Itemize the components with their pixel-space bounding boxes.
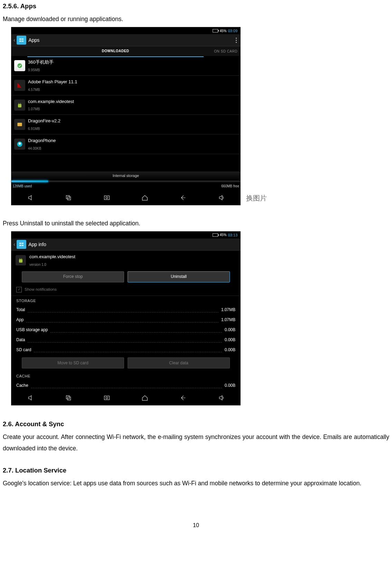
storage-key: SD card <box>16 346 31 354</box>
app-name: com.example.videotest <box>29 253 75 261</box>
titlebar: ‹ Apps <box>11 34 240 46</box>
app-icon <box>14 80 25 91</box>
svg-rect-19 <box>19 259 22 262</box>
home-icon[interactable] <box>138 394 152 402</box>
cache-row: Cache 0.00B <box>11 381 240 391</box>
screenshot-apps-list: 45% 03:09 ‹ Apps DOWNLOADED ON SD CARD 3… <box>11 27 241 205</box>
app-size: 4.57MB <box>28 86 77 93</box>
app-size: 6.91MB <box>28 125 60 132</box>
svg-rect-16 <box>22 243 24 244</box>
app-icon <box>16 255 26 265</box>
svg-rect-17 <box>20 245 21 246</box>
storage-indicator: Internal storage 128MB used 660MB free <box>11 171 240 190</box>
storage-value: 0.00B <box>225 346 235 354</box>
cache-key: Cache <box>16 382 28 390</box>
screenshot-icon[interactable] <box>100 394 114 402</box>
show-notifications-row[interactable]: ✓ Show notifications <box>11 285 240 296</box>
storage-key: Data <box>16 336 25 344</box>
app-name: DragonPhone <box>28 137 56 145</box>
app-version: version 1.0 <box>29 261 75 268</box>
svg-rect-13 <box>104 196 109 199</box>
paragraph-2-7: Google's location service: Let apps use … <box>3 478 389 489</box>
show-notifications-label: Show notifications <box>25 286 57 293</box>
tab-strip: DOWNLOADED ON SD CARD <box>11 46 240 56</box>
force-stop-button[interactable]: Force stop <box>22 271 124 282</box>
screen-title: App info <box>28 240 238 249</box>
svg-point-7 <box>20 103 21 104</box>
battery-icon <box>213 233 218 237</box>
paragraph-2-5-6: Manage downloaded or running application… <box>3 13 389 25</box>
battery-percent: 45% <box>220 28 226 34</box>
svg-point-21 <box>21 258 22 259</box>
back-chevron-icon[interactable]: ‹ <box>13 239 15 250</box>
paragraph-2-6: Create your account. After connecting Wi… <box>3 431 389 455</box>
svg-rect-1 <box>22 39 24 39</box>
svg-rect-3 <box>22 41 24 41</box>
recent-apps-icon[interactable] <box>62 194 75 202</box>
storage-key: App <box>16 316 24 324</box>
tab-downloaded[interactable]: DOWNLOADED <box>27 46 204 57</box>
volume-up-icon[interactable] <box>214 194 228 202</box>
svg-point-14 <box>106 197 108 199</box>
screenshot-app-info: 45% 03:13 ‹ App info com.example.videote… <box>11 231 241 405</box>
storage-key: Total <box>16 306 25 314</box>
storage-row: Data 0.00B <box>11 335 240 345</box>
settings-icon-chip[interactable] <box>17 36 26 45</box>
battery-percent: 45% <box>220 232 226 238</box>
status-bar: 45% 03:09 <box>11 27 240 34</box>
app-icon <box>14 100 25 111</box>
section-header-cache: CACHE <box>11 371 240 381</box>
app-name: Adobe Flash Player 11.1 <box>28 78 77 86</box>
storage-value: 1.07MB <box>221 306 235 314</box>
storage-row: App 1.07MB <box>11 315 240 325</box>
svg-rect-18 <box>22 245 24 246</box>
heading-2-6: 2.6. Account & Sync <box>3 418 389 430</box>
storage-button-row: Move to SD card Clear data <box>11 355 240 371</box>
uninstall-button[interactable]: Uninstall <box>128 271 230 282</box>
app-size: 1.07MB <box>28 106 74 112</box>
app-list-item[interactable]: 360手机助手 9.95MB <box>11 56 240 76</box>
storage-row: USB storage app 0.00B <box>11 325 240 335</box>
storage-value: 1.07MB <box>221 316 235 324</box>
app-icon <box>14 119 25 130</box>
navbar <box>11 190 240 205</box>
action-button-row: Force stop Uninstall <box>11 270 240 285</box>
home-icon[interactable] <box>138 194 152 202</box>
app-list-item[interactable]: DragonPhone 44.00KB <box>11 134 240 154</box>
svg-rect-12 <box>68 197 71 200</box>
app-header: com.example.videotest version 1.0 <box>11 251 240 270</box>
screen-title: Apps <box>28 36 232 45</box>
volume-down-icon[interactable] <box>24 394 37 402</box>
volume-up-icon[interactable] <box>214 394 228 402</box>
cache-value: 0.00B <box>225 382 235 390</box>
app-list-item[interactable]: com.example.videotest 1.07MB <box>11 95 240 115</box>
heading-2-7: 2.7. Location Service <box>3 464 389 476</box>
svg-rect-15 <box>20 243 21 244</box>
recent-apps-icon[interactable] <box>62 394 75 402</box>
settings-icon-chip[interactable] <box>17 240 26 249</box>
app-list-item[interactable]: DragonFire-v2.2 6.91MB <box>11 115 240 134</box>
svg-point-10 <box>19 142 21 145</box>
clear-data-button[interactable]: Clear data <box>128 357 230 368</box>
svg-rect-5 <box>18 104 21 107</box>
volume-down-icon[interactable] <box>24 194 37 202</box>
app-name: com.example.videotest <box>28 97 74 106</box>
svg-point-20 <box>20 258 20 259</box>
tab-on-sd-card[interactable]: ON SD CARD <box>204 46 240 57</box>
move-to-sd-button[interactable]: Move to SD card <box>22 357 124 368</box>
back-icon[interactable] <box>176 194 190 202</box>
status-time: 03:09 <box>228 27 237 35</box>
screenshot-icon[interactable] <box>100 194 114 202</box>
back-icon[interactable] <box>176 394 190 402</box>
app-size: 44.00KB <box>28 145 56 152</box>
back-chevron-icon[interactable]: ‹ <box>13 35 15 45</box>
checkbox-icon: ✓ <box>16 287 22 292</box>
svg-rect-2 <box>20 41 21 41</box>
app-size: 9.95MB <box>28 67 54 73</box>
svg-rect-11 <box>66 195 69 198</box>
section-header-storage: STORAGE <box>11 296 240 305</box>
paragraph-uninstall: Press Uninstall to uninstall the selecte… <box>3 218 389 229</box>
overflow-menu-icon[interactable] <box>234 36 238 44</box>
svg-rect-23 <box>68 397 71 400</box>
app-list-item[interactable]: Adobe Flash Player 11.1 4.57MB <box>11 76 240 95</box>
